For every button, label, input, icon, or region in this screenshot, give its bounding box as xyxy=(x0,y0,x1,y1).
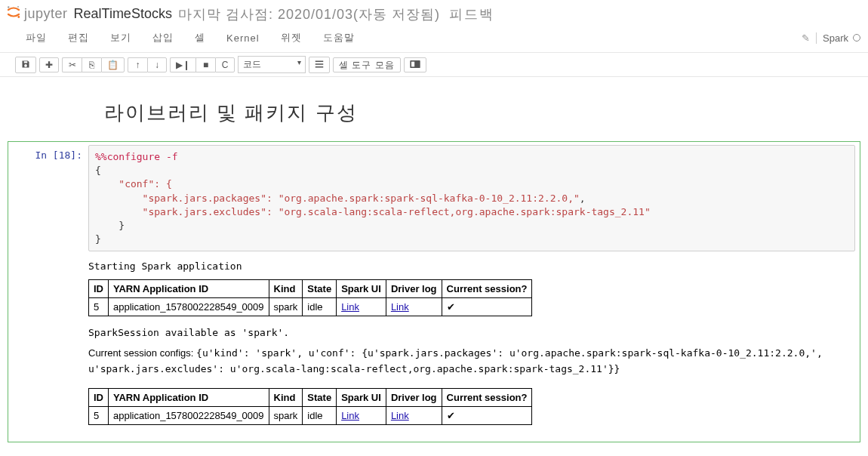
output-session-configs: Current session configs: {u'kind': 'spar… xyxy=(88,346,855,388)
kernel-indicator: Spark xyxy=(816,32,860,44)
notebook-header: jupyter RealTimeStocks 마지막 검사점: 2020/01/… xyxy=(0,0,868,26)
kernel-idle-icon xyxy=(853,34,860,42)
celltype-select[interactable]: 코드 xyxy=(238,56,306,73)
th-kind: Kind xyxy=(269,388,303,406)
move-group: ↑ ↓ xyxy=(128,57,167,72)
td-id: 5 xyxy=(89,406,109,424)
command-palette-button[interactable] xyxy=(309,57,330,73)
toolbar: ✚ ✂ ⎘ 📋 ↑ ↓ ▶❙ ■ C 코드 셀 도구 모음 xyxy=(0,53,868,77)
code-line-7: } xyxy=(95,233,101,245)
output-starting: Starting Spark application xyxy=(88,259,855,279)
td-kind: spark xyxy=(269,406,303,424)
code-line-1: %%configure -f xyxy=(95,151,178,162)
svg-point-2 xyxy=(17,6,19,8)
cut-button[interactable]: ✂ xyxy=(62,57,82,72)
table-row: 5 application_1578002228549_0009 spark i… xyxy=(89,298,532,316)
insert-cell-button[interactable]: ✚ xyxy=(39,57,59,72)
td-driver: Link xyxy=(386,406,442,424)
td-sparkui: Link xyxy=(337,406,386,424)
menu-help[interactable]: 도움말 xyxy=(312,28,365,48)
run-button[interactable]: ▶❙ xyxy=(170,57,195,72)
menu-edit[interactable]: 편집 xyxy=(57,28,100,48)
td-yarn: application_1578002228549_0009 xyxy=(109,298,269,316)
code-input[interactable]: %%configure -f { "conf": { "spark.jars.p… xyxy=(88,145,855,251)
jupyter-logo-text: jupyter xyxy=(24,6,68,22)
td-current: ✔ xyxy=(442,406,532,424)
td-sparkui: Link xyxy=(337,298,386,316)
th-driver: Driver log xyxy=(386,388,442,406)
menu-insert[interactable]: 삽입 xyxy=(142,28,184,48)
kernel-name-text: Spark xyxy=(823,32,848,44)
svg-point-0 xyxy=(8,6,9,8)
td-state: idle xyxy=(303,406,337,424)
td-kind: spark xyxy=(269,298,303,316)
menu-view[interactable]: 보기 xyxy=(100,28,142,48)
td-driver: Link xyxy=(386,298,442,316)
th-current: Current session? xyxy=(442,388,532,406)
checkpoint-status: 마지막 검사점: 2020/01/03(자동 저장됨) xyxy=(178,5,440,23)
th-id: ID xyxy=(89,280,109,298)
th-yarn: YARN Application ID xyxy=(109,388,269,406)
svg-rect-3 xyxy=(315,60,324,62)
heading-text: 라이브러리 및 패키지 구성 xyxy=(104,100,860,126)
run-group: ▶❙ ■ C xyxy=(170,57,235,72)
td-state: idle xyxy=(303,298,337,316)
menubar-right: ✎ Spark xyxy=(802,32,860,44)
td-id: 5 xyxy=(89,298,109,316)
cell-prompt: In [18]: xyxy=(13,145,88,434)
spark-table-2: ID YARN Application ID Kind State Spark … xyxy=(88,388,532,425)
code-line-5a: "spark.jars.excludes": xyxy=(95,206,279,217)
th-driver: Driver log xyxy=(386,280,442,298)
th-yarn: YARN Application ID xyxy=(109,280,269,298)
th-current: Current session? xyxy=(442,280,532,298)
move-up-button[interactable]: ↑ xyxy=(128,57,147,72)
menu-widgets[interactable]: 위젯 xyxy=(270,28,312,48)
svg-rect-7 xyxy=(411,61,414,66)
menubar: 파일 편집 보기 삽입 셀 Kernel 위젯 도움말 ✎ Spark xyxy=(0,26,868,53)
menu-file[interactable]: 파일 xyxy=(15,28,57,48)
feedback-link[interactable]: 피드백 xyxy=(449,5,494,23)
toggle-button[interactable] xyxy=(404,57,426,72)
notebook-name[interactable]: RealTimeStocks xyxy=(74,6,172,22)
code-line-2: { xyxy=(95,165,101,176)
svg-rect-5 xyxy=(315,66,324,68)
table-row: 5 application_1578002228549_0009 spark i… xyxy=(89,406,532,424)
configs-value: {u'kind': 'spark', u'conf': {u'spark.jar… xyxy=(88,347,823,374)
th-sparkui: Spark UI xyxy=(337,388,386,406)
code-line-3: "conf": { xyxy=(95,178,172,189)
configs-label: Current session configs: xyxy=(88,347,196,359)
td-current: ✔ xyxy=(442,298,532,316)
code-line-4a: "spark.jars.packages": xyxy=(95,193,279,204)
driverlog-link[interactable]: Link xyxy=(391,410,409,421)
notebook-area: 라이브러리 및 패키지 구성 In [18]: %%configure -f {… xyxy=(0,77,868,450)
menu-cell[interactable]: 셀 xyxy=(184,28,216,48)
menu-kernel[interactable]: Kernel xyxy=(216,29,270,47)
save-button[interactable] xyxy=(15,57,36,73)
code-line-4c: , xyxy=(580,193,586,204)
pencil-icon[interactable]: ✎ xyxy=(802,32,810,44)
restart-button[interactable]: C xyxy=(215,57,235,72)
td-yarn: application_1578002228549_0009 xyxy=(109,406,269,424)
code-line-6: } xyxy=(95,220,125,231)
sparkui-link[interactable]: Link xyxy=(341,301,359,313)
code-line-4b: "org.apache.spark:spark-sql-kafka-0-10_2… xyxy=(279,193,580,204)
copy-button[interactable]: ⎘ xyxy=(82,57,101,72)
code-cell[interactable]: In [18]: %%configure -f { "conf": { "spa… xyxy=(8,141,860,442)
output-session-available: SparkSession available as 'spark'. xyxy=(88,325,855,346)
jupyter-logo-icon xyxy=(6,5,21,23)
move-down-button[interactable]: ↓ xyxy=(147,57,167,72)
interrupt-button[interactable]: ■ xyxy=(195,57,215,72)
svg-rect-4 xyxy=(315,63,324,65)
cut-copy-paste-group: ✂ ⎘ 📋 xyxy=(62,57,125,72)
sparkui-link[interactable]: Link xyxy=(341,410,359,421)
th-state: State xyxy=(303,388,337,406)
spark-table-1: ID YARN Application ID Kind State Spark … xyxy=(88,279,532,316)
paste-button[interactable]: 📋 xyxy=(101,57,125,72)
cell-toolbar-button[interactable]: 셀 도구 모음 xyxy=(333,57,401,72)
driverlog-link[interactable]: Link xyxy=(391,301,409,313)
markdown-heading-cell[interactable]: 라이브러리 및 패키지 구성 xyxy=(8,100,860,141)
cell-body: %%configure -f { "conf": { "spark.jars.p… xyxy=(88,145,855,434)
th-sparkui: Spark UI xyxy=(337,280,386,298)
th-state: State xyxy=(303,280,337,298)
table-header-row: ID YARN Application ID Kind State Spark … xyxy=(89,388,532,406)
